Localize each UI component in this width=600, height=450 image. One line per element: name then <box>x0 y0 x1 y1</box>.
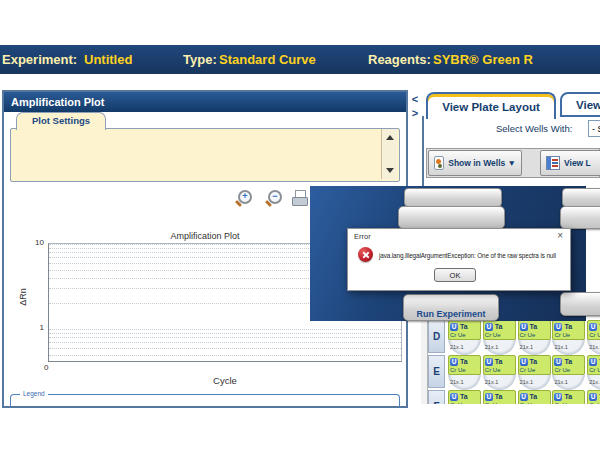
y-tick-10: 10 <box>30 238 44 247</box>
plate-well[interactable]: UTaCr Ue21x.1 <box>518 390 551 404</box>
well-target-label: Ta <box>495 323 503 330</box>
well-gap-label: 21x.1 <box>450 379 463 385</box>
wells-color-icon <box>434 156 444 170</box>
well-target-label: Ta <box>564 323 572 330</box>
tab-view-plate-layout[interactable]: View Plate Layout <box>426 92 556 119</box>
plate-well[interactable]: UTaCr Ue21x.1 <box>448 390 481 404</box>
well-detail-label: Cr Ue <box>554 366 583 374</box>
modal-button-stub[interactable] <box>562 188 600 207</box>
gridline <box>49 342 401 343</box>
well-target-label: Ta <box>530 323 538 330</box>
plot-settings-box <box>10 128 400 182</box>
well-target-label: Ta <box>460 323 468 330</box>
unknown-sample-icon: U <box>520 358 528 366</box>
plate-well[interactable]: UTaCr Ue21x.1 <box>483 355 516 390</box>
reagents-label: Reagents: <box>368 45 431 74</box>
well-detail-label: Cr Ue <box>450 366 479 374</box>
plate-well[interactable]: UTaCr Ue21x.1 <box>587 355 600 390</box>
tab-plot-settings[interactable]: Plot Settings <box>16 112 106 130</box>
plate-row-label: E <box>428 355 445 388</box>
modal-button-stub[interactable] <box>560 292 600 316</box>
unknown-sample-icon: U <box>485 358 493 366</box>
well-detail-label: Cr Ue <box>520 401 549 404</box>
plate-well[interactable]: UTaCr Ue21x.1 <box>448 355 481 390</box>
gridline <box>49 355 401 356</box>
plate-well[interactable]: UTaCr Ue21x.1 <box>587 320 600 355</box>
well-detail-label: Cr Ue <box>520 366 549 374</box>
zoom-out-icon[interactable]: − <box>268 190 282 204</box>
unknown-sample-icon: U <box>450 358 458 366</box>
plate-well[interactable]: UTaCr Ue21x.1 <box>587 390 600 404</box>
legend-groupbox <box>10 394 400 407</box>
unknown-sample-icon: U <box>450 323 458 331</box>
close-icon[interactable]: × <box>557 230 563 241</box>
scroll-down-icon[interactable] <box>386 168 394 177</box>
well-target-label: Ta <box>564 358 572 365</box>
well-gap-label: 21x.1 <box>485 379 498 385</box>
expand-right-icon[interactable]: > <box>410 107 420 119</box>
plate-row-label: D <box>428 320 445 353</box>
chart-title: Amplification Plot <box>105 231 305 241</box>
tab-view-well-table[interactable]: View <box>560 92 600 117</box>
experiment-header-bar: Experiment: Untitled Type: Standard Curv… <box>0 45 600 74</box>
unknown-sample-icon: U <box>554 358 562 366</box>
gridline <box>49 333 401 334</box>
plate-well[interactable]: UTaCr Ue21x.1 <box>518 355 551 390</box>
well-target-label: Ta <box>460 393 468 400</box>
error-dialog-title: Error <box>354 232 371 241</box>
plate-scroll-strip[interactable] <box>421 316 428 404</box>
zoom-in-icon[interactable]: + <box>238 190 252 204</box>
experiment-value: Untitled <box>84 45 132 74</box>
reagents-value: SYBR® Green R <box>433 45 533 74</box>
plate-well[interactable]: UTaCr Ue21x.1 <box>552 390 585 404</box>
unknown-sample-icon: U <box>485 393 493 401</box>
unknown-sample-icon: U <box>554 393 562 401</box>
unknown-sample-icon: U <box>589 323 597 331</box>
unknown-sample-icon: U <box>589 358 597 366</box>
type-value: Standard Curve <box>219 45 316 74</box>
gridline <box>49 348 401 349</box>
plate-well[interactable]: UTaCr Ue21x.1 <box>448 320 481 355</box>
plate-well[interactable]: UTaCr Ue21x.1 <box>483 390 516 404</box>
gridline <box>49 337 401 338</box>
well-detail-label: Cr Ue <box>485 331 514 339</box>
well-target-label: Ta <box>564 393 572 400</box>
select-wells-dropdown[interactable]: - S <box>588 120 600 137</box>
well-detail-label: Cr Ue <box>554 331 583 339</box>
well-detail-label: Cr Ue <box>520 331 549 339</box>
modal-button-stub[interactable] <box>404 188 502 207</box>
plate-well[interactable]: UTaCr Ue21x.1 <box>518 320 551 355</box>
plate-well[interactable]: UTaCr Ue21x.1 <box>483 320 516 355</box>
amplification-panel-title: Amplification Plot <box>4 92 406 112</box>
type-label: Type: <box>183 45 217 74</box>
well-target-label: Ta <box>530 393 538 400</box>
well-target-label: Ta <box>495 393 503 400</box>
select-wells-label: Select Wells With: <box>496 123 572 134</box>
plate-grid[interactable]: DUTaCr Ue21x.1UTaCr Ue21x.1UTaCr Ue21x.1… <box>421 316 600 404</box>
plate-well[interactable]: UTaCr Ue21x.1 <box>552 355 585 390</box>
run-experiment-button[interactable]: Run Experiment <box>403 294 499 321</box>
modal-button-stub[interactable] <box>560 206 600 229</box>
plate-well[interactable]: UTaCr Ue21x.1 <box>552 320 585 355</box>
legend-label: Legend <box>20 390 48 397</box>
y-axis-label: ΔRn <box>18 282 28 312</box>
well-gap-label: 21x.1 <box>450 344 463 350</box>
modal-button-stub[interactable] <box>398 206 505 229</box>
gridline <box>49 329 401 330</box>
well-gap-label: 21x.1 <box>520 379 533 385</box>
show-in-wells-button[interactable]: Show in Wells ▼ <box>428 150 522 176</box>
unknown-sample-icon: U <box>554 323 562 331</box>
view-legend-button[interactable]: View L <box>540 150 600 176</box>
print-icon-body[interactable] <box>292 197 308 206</box>
unknown-sample-icon: U <box>450 393 458 401</box>
well-target-label: Ta <box>460 358 468 365</box>
plate-row-label: F <box>428 390 445 404</box>
well-gap-label: 21x.1 <box>520 344 533 350</box>
settings-scrollbar[interactable] <box>381 129 397 179</box>
legend-table-icon <box>546 156 560 170</box>
collapse-left-icon[interactable]: < <box>410 93 420 105</box>
ok-button[interactable]: OK <box>434 268 476 282</box>
well-detail-label: Cr Ue <box>589 331 600 339</box>
x-tick-0: 0 <box>44 363 48 372</box>
scroll-up-icon[interactable] <box>386 131 394 140</box>
